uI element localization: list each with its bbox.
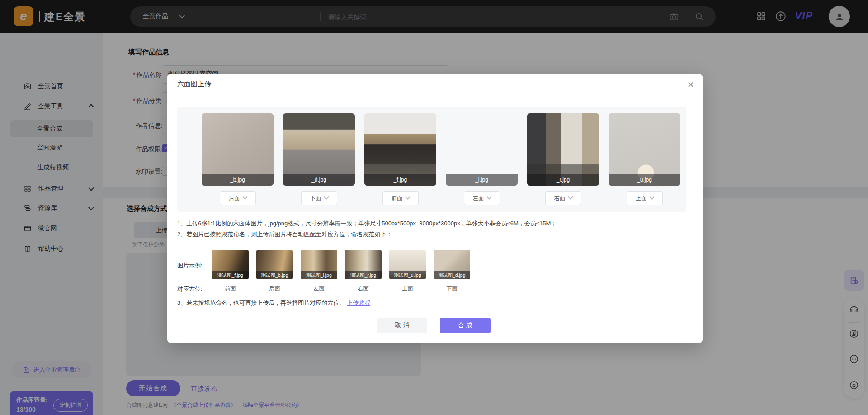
chevron-down-icon xyxy=(649,195,654,200)
chevron-down-icon xyxy=(405,195,410,200)
example-filename: 测试图_r.jpg xyxy=(345,271,382,279)
chevron-down-icon xyxy=(324,195,329,200)
example-face: 上面 xyxy=(389,285,426,293)
upload-filename: _u.jpg xyxy=(609,174,680,186)
example-filename: 测试图_b.jpg xyxy=(256,271,293,279)
example-filename: 测试图_u.jpg xyxy=(389,271,426,279)
upload-tile[interactable]: _b.jpg xyxy=(202,113,274,186)
face-select-value: 后面 xyxy=(229,195,240,202)
face-select[interactable]: 上面 xyxy=(627,191,663,205)
mapping-label: 对应方位: xyxy=(177,285,203,293)
face-select-value: 右面 xyxy=(554,195,565,202)
face-select-value: 前面 xyxy=(392,195,402,202)
upload-filename: _r.jpg xyxy=(527,174,599,186)
upload-tiles-panel: _b.jpg _d.jpg _f.jpg _l.jpg _r.jpg _u.jp… xyxy=(177,107,686,212)
face-select[interactable]: 左面 xyxy=(464,191,500,205)
example-thumb: 测试图_d.jpg xyxy=(434,250,470,279)
face-select[interactable]: 下面 xyxy=(301,191,337,205)
upload-filename: _d.jpg xyxy=(283,174,355,186)
face-select[interactable]: 后面 xyxy=(220,191,256,205)
instruction-3-text: 3、若未按规范命名，也可直接上传后，再选择图片对应的方位。 xyxy=(177,299,345,306)
chevron-down-icon xyxy=(486,195,491,200)
example-thumb: 测试图_b.jpg xyxy=(256,250,293,279)
face-select-value: 下面 xyxy=(310,195,321,202)
face-select[interactable]: 右面 xyxy=(545,191,581,205)
instruction-line-1: 1、上传6张1:1比例的六面体图片，jpg/png格式，尺寸分辨率需一致；单张尺… xyxy=(177,219,557,228)
face-select-value: 左面 xyxy=(473,195,484,202)
upload-tile[interactable]: _u.jpg xyxy=(609,113,680,186)
upload-filename: _f.jpg xyxy=(364,174,436,186)
example-thumb: 测试图_l.jpg xyxy=(301,250,337,279)
example-face: 前面 xyxy=(212,285,249,293)
example-thumb: 测试图_f.jpg xyxy=(212,250,249,279)
modal-title: 六面图上传 xyxy=(177,80,211,89)
example-filename: 测试图_f.jpg xyxy=(212,271,249,279)
cancel-button[interactable]: 取 消 xyxy=(377,318,427,333)
upload-tile[interactable]: _l.jpg xyxy=(446,113,518,186)
example-face: 右面 xyxy=(345,285,382,293)
example-thumb: 测试图_r.jpg xyxy=(345,250,382,279)
example-filename: 测试图_l.jpg xyxy=(301,271,337,279)
upload-filename: _b.jpg xyxy=(202,174,274,186)
example-filename: 测试图_d.jpg xyxy=(434,271,470,279)
instruction-line-2: 2、若图片已按照规范命名，则上传后图片将自动匹配至对应方位，命名规范如下： xyxy=(177,230,392,238)
app-screen: e 建E全景 全景作品 xyxy=(0,0,868,415)
upload-tile[interactable]: _r.jpg xyxy=(527,113,599,186)
upload-filename: _l.jpg xyxy=(446,174,518,186)
tutorial-link[interactable]: 上传教程 xyxy=(347,299,370,306)
instruction-line-3: 3、若未按规范命名，也可直接上传后，再选择图片对应的方位。上传教程 xyxy=(177,299,370,307)
close-icon[interactable]: ✕ xyxy=(684,78,697,91)
example-thumb: 测试图_u.jpg xyxy=(389,250,426,279)
example-face: 左面 xyxy=(301,285,337,293)
face-select[interactable]: 前面 xyxy=(382,191,419,205)
upload-tile[interactable]: _d.jpg xyxy=(283,113,355,186)
face-select-value: 上面 xyxy=(636,195,646,202)
confirm-button[interactable]: 合 成 xyxy=(440,318,491,333)
upload-tile[interactable]: _f.jpg xyxy=(364,113,436,186)
six-face-upload-modal: 六面图上传 ✕ _b.jpg _d.jpg _f.jpg _l.jpg _r.j… xyxy=(167,74,703,343)
example-face: 后面 xyxy=(256,285,293,293)
example-label: 图片示例: xyxy=(177,261,203,270)
chevron-down-icon xyxy=(242,195,247,200)
example-face: 下面 xyxy=(434,285,470,293)
chevron-down-icon xyxy=(568,195,573,200)
